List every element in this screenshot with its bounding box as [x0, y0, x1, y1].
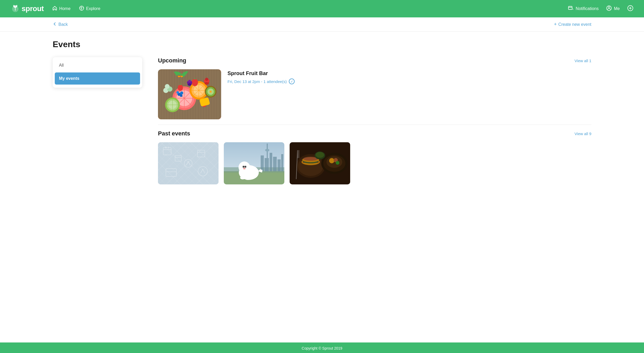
svg-point-53	[205, 78, 208, 81]
logo-text: sprout	[22, 4, 44, 13]
filter-my-events-label: My events	[59, 76, 79, 81]
svg-point-41	[180, 94, 182, 97]
filter-all-label: All	[59, 63, 64, 67]
back-label: Back	[58, 22, 68, 27]
logo[interactable]: sprout	[11, 3, 44, 14]
svg-point-68	[184, 159, 192, 167]
back-button[interactable]: Back	[53, 22, 68, 27]
page-title: Events	[53, 32, 591, 55]
event-datetime: Fri, Dec 13 at 2pm - 1 attendee(s)	[227, 79, 287, 84]
add-button[interactable]	[627, 5, 633, 13]
event-name: Sprout Fruit Bar	[227, 70, 295, 76]
section-divider	[158, 125, 591, 125]
svg-point-65	[198, 166, 207, 176]
past-event-card-1[interactable]	[158, 142, 219, 184]
notifications-label: Notifications	[576, 6, 599, 11]
svg-rect-76	[278, 159, 281, 171]
svg-rect-61	[175, 155, 181, 161]
header-right: Notifications Me	[568, 5, 633, 13]
svg-rect-63	[197, 150, 205, 157]
past-event-image-3	[290, 142, 350, 184]
sub-header: Back + Create new event	[0, 17, 644, 32]
past-events-view-all[interactable]: View all 9	[574, 131, 591, 136]
footer: Copyright © Sprout 2019	[0, 342, 644, 353]
svg-rect-56	[158, 142, 219, 184]
create-event-button[interactable]: + Create new event	[554, 22, 591, 27]
svg-rect-77	[281, 154, 283, 171]
filter-panel: All My events	[53, 57, 142, 184]
upcoming-section: Upcoming View all 1	[158, 57, 591, 119]
svg-point-49	[165, 84, 170, 89]
me-icon	[606, 5, 612, 12]
event-meta: Fri, Dec 13 at 2pm - 1 attendee(s) ✓	[227, 79, 295, 84]
past-event-image-2	[224, 142, 284, 184]
events-section: Upcoming View all 1	[158, 57, 591, 184]
me-button[interactable]: Me	[606, 5, 620, 12]
nav-home-label: Home	[59, 6, 71, 11]
explore-icon	[79, 6, 84, 12]
svg-rect-57	[163, 148, 171, 155]
event-image	[158, 69, 221, 119]
header-left: sprout Home Explore	[11, 3, 100, 14]
svg-rect-66	[166, 169, 176, 177]
past-event-image-1	[158, 142, 219, 184]
past-event-card-3[interactable]	[290, 142, 350, 184]
filter-my-events[interactable]: My events	[55, 72, 140, 85]
filter-card: All My events	[53, 57, 142, 88]
content-layout: All My events Upcoming View all 1	[53, 57, 591, 184]
svg-point-3	[81, 8, 82, 8]
svg-rect-4	[568, 6, 572, 9]
svg-point-92	[250, 176, 255, 179]
svg-point-6	[608, 7, 610, 8]
svg-rect-73	[265, 158, 269, 171]
nav-explore-label: Explore	[86, 6, 100, 11]
upcoming-title: Upcoming	[158, 57, 186, 64]
past-events-grid	[158, 142, 591, 184]
svg-point-88	[245, 166, 246, 168]
upcoming-view-all[interactable]: View all 1	[574, 58, 591, 63]
notifications-icon	[568, 5, 574, 12]
event-details: Sprout Fruit Bar Fri, Dec 13 at 2pm - 1 …	[227, 69, 295, 84]
home-icon	[52, 6, 57, 12]
header: sprout Home Explore	[0, 0, 644, 17]
upcoming-header: Upcoming View all 1	[158, 57, 591, 64]
svg-point-79	[265, 149, 269, 151]
nav-home[interactable]: Home	[52, 6, 71, 12]
svg-rect-112	[290, 142, 350, 184]
svg-point-90	[240, 176, 245, 179]
svg-rect-75	[273, 157, 277, 171]
create-event-icon: +	[554, 22, 557, 27]
add-icon	[627, 5, 633, 13]
svg-point-39	[180, 91, 183, 95]
svg-point-87	[243, 166, 244, 168]
svg-point-31	[192, 79, 198, 86]
svg-point-40	[176, 91, 179, 94]
upcoming-event-card[interactable]: Sprout Fruit Bar Fri, Dec 13 at 2pm - 1 …	[158, 69, 591, 119]
past-event-card-2[interactable]	[224, 142, 284, 184]
svg-rect-74	[270, 153, 272, 171]
svg-point-46	[210, 91, 212, 93]
past-events-header: Past events View all 9	[158, 130, 591, 137]
past-events-section: Past events View all 9	[158, 130, 591, 184]
svg-rect-72	[261, 155, 264, 171]
nav-explore[interactable]: Explore	[79, 6, 100, 12]
filter-all[interactable]: All	[53, 59, 142, 71]
svg-point-33	[178, 85, 183, 91]
notifications-button[interactable]: Notifications	[568, 5, 599, 12]
svg-point-91	[245, 177, 250, 180]
footer-copyright: Copyright © Sprout 2019	[302, 346, 342, 350]
check-icon: ✓	[289, 79, 295, 84]
past-events-title: Past events	[158, 130, 190, 137]
main-content: Events All My events Upcoming View all 1	[0, 32, 644, 342]
svg-point-37	[188, 80, 191, 82]
svg-point-89	[243, 168, 246, 169]
me-label: Me	[614, 6, 620, 11]
logo-icon	[11, 3, 20, 14]
back-arrow-icon	[53, 22, 57, 27]
create-event-label: Create new event	[558, 22, 591, 27]
svg-rect-78	[267, 146, 268, 158]
svg-rect-80	[267, 144, 268, 148]
